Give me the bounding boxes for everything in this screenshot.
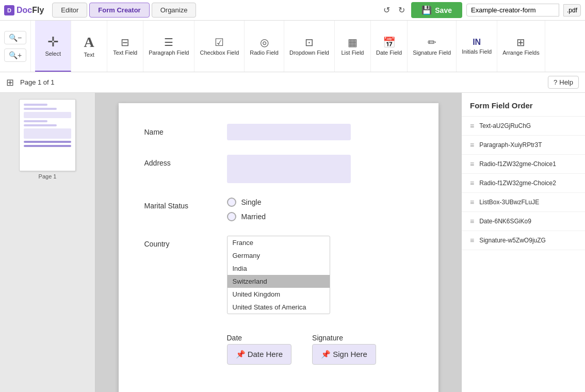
redo-button[interactable]: ↻ bbox=[396, 4, 407, 16]
country-control: France Germany India Switzerland United … bbox=[227, 236, 413, 314]
radio-field-icon: ◎ bbox=[260, 37, 269, 47]
field-order-item[interactable]: ≡ Paragraph-XuiyRPtr3T bbox=[462, 136, 585, 155]
marital-status-label: Marital Status bbox=[144, 198, 227, 210]
name-row: Name bbox=[144, 124, 413, 140]
organize-tab[interactable]: Organize bbox=[152, 3, 197, 18]
field-order-label: Date-6NK6SGiKo9 bbox=[479, 218, 531, 225]
list-item[interactable]: France bbox=[228, 236, 330, 249]
panel-title: Form Field Order bbox=[462, 101, 585, 117]
list-item[interactable]: India bbox=[228, 262, 330, 275]
name-field[interactable] bbox=[227, 124, 351, 140]
drag-icon: ≡ bbox=[470, 198, 474, 206]
zoom-in-button[interactable]: 🔍+ bbox=[4, 48, 26, 62]
radio-field-label: Radio Field bbox=[250, 50, 279, 56]
radio-field-tool[interactable]: ◎ Radio Field bbox=[245, 21, 284, 72]
radio-label-single: Single bbox=[241, 198, 262, 206]
grid-view-icon[interactable]: ⊞ bbox=[6, 77, 14, 88]
thumb-decoration bbox=[24, 124, 57, 126]
address-row: Address bbox=[144, 155, 413, 183]
address-field[interactable] bbox=[227, 155, 351, 183]
paragraph-field-label: Paragraph Field bbox=[149, 50, 189, 56]
checkbox-field-icon: ☑ bbox=[215, 37, 224, 47]
field-order-item[interactable]: ≡ ListBox-3UBwzFLuJE bbox=[462, 193, 585, 212]
thumb-decoration bbox=[24, 104, 47, 106]
text-field-icon: ⊟ bbox=[121, 37, 129, 47]
radio-single[interactable]: Single bbox=[227, 198, 413, 207]
text-field-label: Text Field bbox=[113, 50, 137, 56]
field-order-item[interactable]: ≡ Text-aU2GjRuChG bbox=[462, 117, 585, 136]
list-item[interactable]: Germany bbox=[228, 249, 330, 262]
filename-input[interactable] bbox=[466, 4, 559, 17]
form-page: Name Address Marital Status bbox=[119, 103, 438, 392]
drag-icon: ≡ bbox=[470, 160, 474, 168]
paragraph-field-tool[interactable]: ☰ Paragraph Field bbox=[143, 21, 194, 72]
radio-married[interactable]: Married bbox=[227, 212, 413, 221]
topbar-right: ↺ ↻ 💾 Save .pdf bbox=[381, 2, 581, 18]
dropdown-field-label: Dropdown Field bbox=[289, 50, 329, 56]
date-field-label: Date Field bbox=[376, 50, 402, 56]
text-label: Text bbox=[84, 52, 94, 58]
save-button[interactable]: 💾 Save bbox=[411, 2, 462, 18]
country-listbox[interactable]: France Germany India Switzerland United … bbox=[227, 236, 330, 314]
form-creator-tab[interactable]: Form Creator bbox=[89, 3, 149, 18]
field-order-item[interactable]: ≡ Radio-f1ZW32gme-Choice2 bbox=[462, 174, 585, 193]
sign-button[interactable]: 📌 Sign Here bbox=[312, 344, 376, 365]
help-icon: ? bbox=[554, 78, 557, 86]
date-field-icon: 📅 bbox=[383, 37, 396, 47]
paragraph-field-icon: ☰ bbox=[164, 37, 173, 47]
radio-circle-single bbox=[227, 198, 236, 207]
text-tool[interactable]: A Text bbox=[71, 21, 107, 72]
list-field-label: List Field bbox=[341, 50, 364, 56]
thumb-decoration bbox=[24, 108, 57, 110]
undo-button[interactable]: ↺ bbox=[381, 4, 392, 16]
signature-field-tool[interactable]: ✏ Signature Field bbox=[408, 21, 457, 72]
logo: D DocFly bbox=[4, 5, 44, 15]
page-1-thumbnail[interactable]: Page 1 bbox=[19, 99, 76, 179]
list-field-tool[interactable]: ▦ List Field bbox=[335, 21, 371, 72]
toolbar: 🔍− 🔍+ ✛ Select A Text ⊟ Text Field ☰ Par… bbox=[0, 21, 585, 72]
arrange-fields-tool[interactable]: ⊞ Arrange Fields bbox=[497, 21, 545, 72]
thumb-decoration bbox=[24, 145, 71, 147]
subbar: ⊞ Page 1 of 1 ? Help bbox=[0, 72, 585, 93]
date-field-tool[interactable]: 📅 Date Field bbox=[371, 21, 408, 72]
date-signature-group: Date 📌 Date Here Signature 📌 Sign Here bbox=[227, 334, 413, 365]
marital-status-control: Single Married bbox=[227, 198, 413, 221]
drag-icon: ≡ bbox=[470, 179, 474, 187]
list-item[interactable]: United States of America bbox=[228, 301, 330, 314]
arrange-fields-icon: ⊞ bbox=[516, 37, 525, 47]
field-order-item[interactable]: ≡ Radio-f1ZW32gme-Choice1 bbox=[462, 155, 585, 174]
help-button[interactable]: ? Help bbox=[548, 76, 579, 89]
zoom-controls: 🔍− 🔍+ bbox=[0, 21, 31, 72]
field-order-label: Radio-f1ZW32gme-Choice2 bbox=[479, 179, 556, 187]
editor-tab[interactable]: Editor bbox=[52, 3, 87, 18]
signature-field-label: Signature Field bbox=[413, 50, 451, 56]
radio-label-married: Married bbox=[241, 213, 266, 221]
field-order-label: Signature-w5ZwO9juZG bbox=[479, 237, 546, 244]
country-row: Country France Germany India Switzerland… bbox=[144, 236, 413, 314]
select-tool[interactable]: ✛ Select bbox=[35, 21, 71, 72]
list-item[interactable]: United Kingdom bbox=[228, 288, 330, 301]
save-icon: 💾 bbox=[421, 5, 432, 15]
drag-icon: ≡ bbox=[470, 217, 474, 225]
text-icon: A bbox=[84, 35, 94, 50]
field-order-item[interactable]: ≡ Signature-w5ZwO9juZG bbox=[462, 231, 585, 250]
thumb-decoration bbox=[24, 141, 71, 143]
date-button[interactable]: 📌 Date Here bbox=[227, 344, 292, 365]
marital-status-row: Marital Status Single Married bbox=[144, 198, 413, 221]
field-order-item[interactable]: ≡ Date-6NK6SGiKo9 bbox=[462, 212, 585, 231]
dropdown-field-tool[interactable]: ⊡ Dropdown Field bbox=[284, 21, 335, 72]
zoom-out-button[interactable]: 🔍− bbox=[4, 31, 26, 44]
name-control bbox=[227, 124, 413, 140]
page-1-label: Page 1 bbox=[39, 173, 57, 179]
signature-section-label: Signature bbox=[312, 334, 376, 342]
checkbox-field-tool[interactable]: ☑ Checkbox Field bbox=[194, 21, 245, 72]
page-indicator: Page 1 of 1 bbox=[20, 78, 55, 86]
text-field-tool[interactable]: ⊟ Text Field bbox=[107, 21, 143, 72]
initials-field-label: Initials Field bbox=[462, 48, 492, 55]
logo-icon: D bbox=[4, 5, 14, 15]
field-order-label: Radio-f1ZW32gme-Choice1 bbox=[479, 160, 556, 168]
checkbox-field-label: Checkbox Field bbox=[200, 50, 239, 56]
initials-field-tool[interactable]: IN Initials Field bbox=[457, 21, 497, 72]
list-item-selected[interactable]: Switzerland bbox=[228, 275, 330, 288]
field-order-label: Text-aU2GjRuChG bbox=[479, 122, 531, 129]
